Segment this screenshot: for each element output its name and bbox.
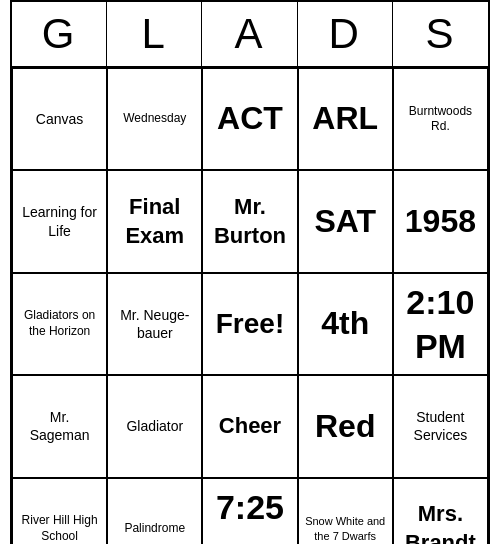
cell-r2-c0: Gladiators on the Horizon bbox=[12, 273, 107, 375]
cell-r3-c0: Mr. Sageman bbox=[12, 375, 107, 477]
header-letter: S bbox=[393, 2, 488, 66]
bingo-grid: CanvasWednesdayACTARLBurntwoods Rd.Learn… bbox=[12, 68, 488, 544]
cell-r3-c1: Gladiator bbox=[107, 375, 202, 477]
cell-r2-c2: Free! bbox=[202, 273, 297, 375]
header-letter: L bbox=[107, 2, 202, 66]
cell-r0-c2: ACT bbox=[202, 68, 297, 170]
cell-r1-c3: SAT bbox=[298, 170, 393, 272]
cell-r4-c1: Palindrome bbox=[107, 478, 202, 545]
bingo-card: GLADS CanvasWednesdayACTARLBurntwoods Rd… bbox=[10, 0, 490, 544]
header-letter: D bbox=[298, 2, 393, 66]
cell-r3-c3: Red bbox=[298, 375, 393, 477]
cell-r0-c4: Burntwoods Rd. bbox=[393, 68, 488, 170]
cell-r1-c1: Final Exam bbox=[107, 170, 202, 272]
cell-r4-c3: Snow White and the 7 Dwarfs bbox=[298, 478, 393, 545]
cell-r0-c0: Canvas bbox=[12, 68, 107, 170]
header-letter: G bbox=[12, 2, 107, 66]
cell-r2-c1: Mr. Neuge-bauer bbox=[107, 273, 202, 375]
cell-r2-c3: 4th bbox=[298, 273, 393, 375]
cell-r0-c1: Wednesday bbox=[107, 68, 202, 170]
cell-r3-c2: Cheer bbox=[202, 375, 297, 477]
cell-r4-c2: 7:25 am bbox=[202, 478, 297, 545]
cell-r1-c4: 1958 bbox=[393, 170, 488, 272]
cell-r4-c4: Mrs. Brandt bbox=[393, 478, 488, 545]
bingo-header: GLADS bbox=[12, 2, 488, 68]
header-letter: A bbox=[202, 2, 297, 66]
cell-r1-c2: Mr. Burton bbox=[202, 170, 297, 272]
cell-r0-c3: ARL bbox=[298, 68, 393, 170]
cell-r3-c4: Student Services bbox=[393, 375, 488, 477]
cell-r4-c0: River Hill High School bbox=[12, 478, 107, 545]
cell-r1-c0: Learning for Life bbox=[12, 170, 107, 272]
cell-r2-c4: 2:10 PM bbox=[393, 273, 488, 375]
